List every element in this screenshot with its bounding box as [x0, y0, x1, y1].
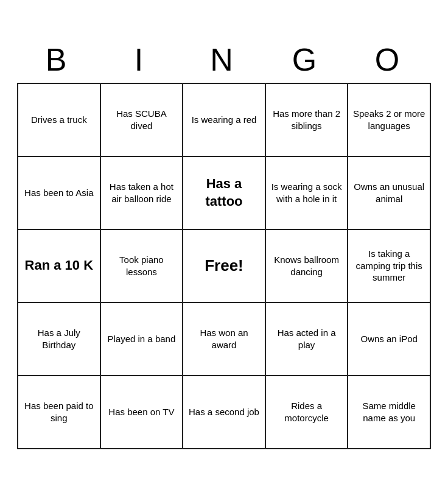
bingo-cell[interactable]: Is wearing a sock with a hole in it — [266, 157, 349, 230]
bingo-cell[interactable]: Has been to Asia — [18, 157, 101, 230]
bingo-cell[interactable]: Rides a motorcycle — [266, 376, 349, 449]
bingo-cell[interactable]: Took piano lessons — [101, 230, 184, 303]
bingo-cell[interactable]: Has a July Birthday — [18, 303, 101, 376]
bingo-cell[interactable]: Has more than 2 siblings — [266, 84, 349, 157]
bingo-cell[interactable]: Owns an iPod — [348, 303, 431, 376]
bingo-cell[interactable]: Ran a 10 K — [18, 230, 101, 303]
bingo-cell[interactable]: Is wearing a red — [183, 84, 266, 157]
bingo-header-letter: N — [183, 38, 265, 83]
bingo-cell[interactable]: Has taken a hot air balloon ride — [101, 157, 184, 230]
bingo-cell[interactable]: Speaks 2 or more languages — [348, 84, 431, 157]
bingo-header-letter: I — [100, 38, 183, 83]
bingo-cell[interactable]: Owns an unusual animal — [348, 157, 431, 230]
bingo-header-letter: B — [17, 38, 100, 83]
bingo-cell[interactable]: Is taking a camping trip this summer — [348, 230, 431, 303]
bingo-cell[interactable]: Has been paid to sing — [18, 376, 101, 449]
bingo-card: BINGO Drives a truckHas SCUBA divedIs we… — [11, 32, 437, 455]
bingo-grid: Drives a truckHas SCUBA divedIs wearing … — [17, 83, 431, 449]
bingo-cell[interactable]: Has won an award — [183, 303, 266, 376]
bingo-header-letter: G — [265, 38, 348, 83]
bingo-cell[interactable]: Has SCUBA dived — [101, 84, 184, 157]
bingo-cell[interactable]: Played in a band — [101, 303, 184, 376]
bingo-header: BINGO — [17, 38, 431, 83]
bingo-cell[interactable]: Has been on TV — [101, 376, 184, 449]
bingo-cell[interactable]: Has acted in a play — [266, 303, 349, 376]
bingo-cell[interactable]: Drives a truck — [18, 84, 101, 157]
bingo-cell[interactable]: Same middle name as you — [348, 376, 431, 449]
bingo-cell[interactable]: Free! — [183, 230, 266, 303]
bingo-cell[interactable]: Has a tattoo — [183, 157, 266, 230]
bingo-cell[interactable]: Has a second job — [183, 376, 266, 449]
bingo-header-letter: O — [348, 38, 431, 83]
bingo-cell[interactable]: Knows ballroom dancing — [266, 230, 349, 303]
